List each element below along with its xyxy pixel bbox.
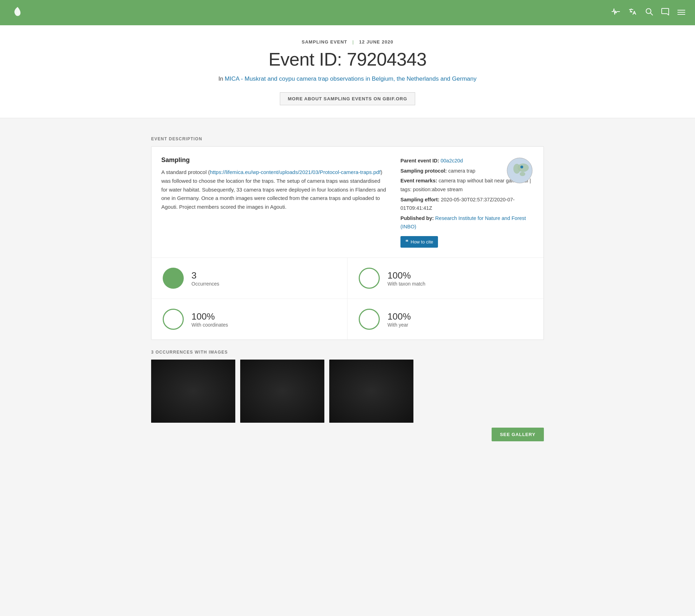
svg-line-41: [368, 406, 369, 415]
meta-pipe: |: [352, 39, 354, 45]
svg-point-9: [520, 172, 525, 176]
desc-after-link: ) was followed to choose the location fo…: [161, 169, 386, 210]
svg-line-20: [196, 407, 197, 415]
occurrences-value: 3: [191, 270, 219, 281]
protocol-link[interactable]: https://lifemica.eu/wp-content/uploads/2…: [210, 169, 380, 175]
svg-rect-13: [151, 395, 235, 423]
site-header: [0, 0, 695, 25]
coordinates-text: 100% With coordinates: [191, 311, 228, 328]
svg-point-28: [278, 381, 285, 387]
image-thumb-2[interactable]: 2020-06-12 08:24:47: [240, 360, 324, 423]
sampling-protocol-label: Sampling protocol:: [400, 168, 447, 174]
svg-point-10: [520, 166, 523, 168]
occurrences-circle: [163, 268, 184, 289]
event-card-top: Sampling A standard protocol (https://li…: [151, 147, 544, 258]
svg-line-19: [189, 407, 190, 415]
svg-line-40: [372, 379, 382, 381]
event-description-left: Sampling A standard protocol (https://li…: [161, 156, 386, 248]
event-description-text: A standard protocol (https://lifemica.eu…: [161, 168, 386, 212]
taxon-match-label: With taxon match: [387, 281, 425, 287]
logo[interactable]: [10, 4, 25, 21]
year-label: With year: [387, 322, 411, 328]
see-gallery-button[interactable]: SEE GALLERY: [492, 428, 544, 441]
svg-rect-14: [151, 389, 235, 396]
svg-rect-25: [240, 390, 324, 397]
svg-line-18: [193, 379, 203, 381]
svg-point-26: [275, 390, 288, 407]
stat-coordinates: 100% With coordinates: [151, 299, 348, 340]
svg-rect-34: [329, 360, 413, 423]
year-text: 100% With year: [387, 311, 411, 328]
search-icon[interactable]: [645, 8, 653, 18]
globe-map: [506, 156, 534, 185]
more-about-button[interactable]: MORE ABOUT SAMPLING EVENTS ON GBIF.ORG: [280, 92, 415, 105]
svg-point-37: [366, 389, 378, 406]
svg-line-42: [375, 406, 376, 415]
header-nav: [612, 8, 685, 18]
hero-section: SAMPLING EVENT | 12 JUNE 2020 Event ID: …: [0, 25, 695, 118]
parent-event-label: Parent event ID:: [400, 158, 439, 163]
event-title: Sampling: [161, 156, 386, 164]
svg-point-17: [190, 380, 197, 387]
svg-rect-16: [192, 386, 195, 400]
sampling-effort-label: Sampling effort:: [400, 197, 439, 202]
svg-line-31: [284, 407, 286, 415]
svg-point-44: [406, 416, 411, 421]
stat-occurrences: 3 Occurrences: [151, 258, 348, 299]
event-description-label: EVENT DESCRIPTION: [151, 136, 544, 141]
occurrences-text: 3 Occurrences: [191, 270, 219, 287]
event-remarks-label: Event remarks:: [400, 178, 437, 183]
coordinates-value: 100%: [191, 311, 228, 322]
translate-icon[interactable]: [628, 8, 637, 18]
sampling-effort-field: Sampling effort: 2020-05-30T02:57:37Z/20…: [400, 195, 534, 213]
published-by-field: Published by: Research Institute for Nat…: [400, 214, 534, 231]
taxon-match-circle: [359, 268, 380, 289]
published-by-label: Published by:: [400, 215, 434, 221]
parent-event-link[interactable]: 00a2c20d: [440, 158, 463, 163]
taxon-match-value: 100%: [387, 270, 425, 281]
dataset-link-prefix: In: [218, 76, 225, 82]
year-circle: [359, 309, 380, 330]
svg-rect-38: [371, 386, 373, 400]
coordinates-circle: [163, 309, 184, 330]
dataset-link[interactable]: MICA - Muskrat and coypu camera trap obs…: [225, 75, 477, 82]
dataset-link-container: In MICA - Muskrat and coypu camera trap …: [7, 75, 688, 82]
how-to-cite-button[interactable]: ❝ How to cite: [400, 236, 438, 248]
hero-meta: SAMPLING EVENT | 12 JUNE 2020: [7, 39, 688, 45]
svg-rect-36: [329, 389, 413, 396]
stat-year: 100% With year: [348, 299, 544, 340]
stat-taxon-match: 100% With taxon match: [348, 258, 544, 299]
chat-icon[interactable]: [661, 8, 669, 18]
menu-icon[interactable]: [677, 8, 685, 17]
main-content: EVENT DESCRIPTION Sampling A standard pr…: [144, 118, 551, 451]
event-description-section: EVENT DESCRIPTION Sampling A standard pr…: [151, 136, 544, 340]
gallery-row: SEE GALLERY: [151, 428, 544, 441]
event-description-right: Parent event ID: 00a2c20d Sampling proto…: [400, 156, 534, 248]
quote-icon: ❝: [405, 239, 409, 245]
pulse-icon[interactable]: [612, 8, 620, 17]
svg-line-29: [282, 380, 291, 382]
event-date: 12 JUNE 2020: [359, 39, 393, 45]
svg-rect-12: [151, 360, 235, 423]
svg-point-8: [518, 163, 529, 172]
svg-line-2: [650, 13, 653, 15]
svg-rect-23: [240, 360, 324, 423]
svg-text:2020-06-12 08:23:11: 2020-06-12 08:23:11: [153, 362, 189, 365]
cite-button-label: How to cite: [411, 239, 433, 245]
svg-rect-24: [240, 396, 324, 423]
coordinates-label: With coordinates: [191, 322, 228, 328]
event-card: Sampling A standard protocol (https://li…: [151, 146, 544, 340]
svg-point-22: [228, 416, 232, 421]
page-title: Event ID: 79204343: [7, 49, 688, 70]
svg-rect-11: [151, 360, 235, 423]
taxon-match-text: 100% With taxon match: [387, 270, 425, 287]
images-section-label: 3 OCCURRENCES WITH IMAGES: [151, 350, 544, 355]
image-thumb-3[interactable]: 2020-06-12 08:26:03: [329, 360, 413, 423]
svg-point-15: [187, 390, 200, 407]
svg-text:2020-06-12 08:26:03: 2020-06-12 08:26:03: [331, 362, 367, 365]
year-value: 100%: [387, 311, 411, 322]
images-section: 3 OCCURRENCES WITH IMAGES: [151, 350, 544, 441]
svg-line-30: [277, 407, 279, 415]
svg-text:2020-06-12 08:24:47: 2020-06-12 08:24:47: [242, 362, 278, 365]
image-thumb-1[interactable]: 2020-06-12 08:23:11: [151, 360, 235, 423]
